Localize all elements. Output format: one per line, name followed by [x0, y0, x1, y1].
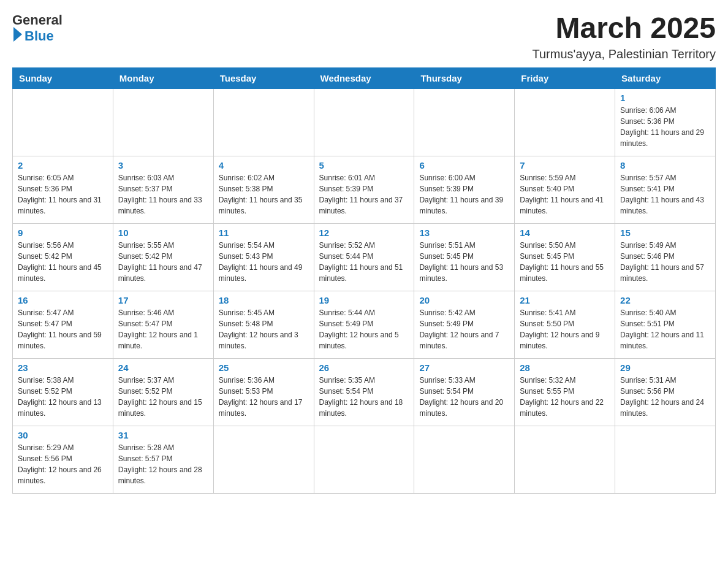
- calendar-cell: 8Sunrise: 5:57 AMSunset: 5:41 PMDaylight…: [615, 156, 716, 223]
- day-number: 18: [219, 295, 309, 305]
- calendar-cell: [213, 426, 314, 493]
- weekday-header-tuesday: Tuesday: [213, 67, 314, 88]
- day-info: Sunrise: 5:38 AMSunset: 5:52 PMDaylight:…: [18, 375, 108, 419]
- logo-triangle-icon: [13, 27, 22, 42]
- day-info: Sunrise: 5:36 AMSunset: 5:53 PMDaylight:…: [219, 375, 309, 419]
- calendar-cell: 6Sunrise: 6:00 AMSunset: 5:39 PMDaylight…: [414, 156, 515, 223]
- day-info: Sunrise: 5:56 AMSunset: 5:42 PMDaylight:…: [18, 240, 108, 284]
- calendar-week-row: 16Sunrise: 5:47 AMSunset: 5:47 PMDayligh…: [13, 291, 716, 358]
- calendar-cell: 23Sunrise: 5:38 AMSunset: 5:52 PMDayligh…: [13, 358, 113, 426]
- weekday-header-thursday: Thursday: [414, 67, 515, 88]
- page-header: General Blue March 2025 Turmus'ayya, Pal…: [12, 12, 716, 61]
- calendar-table: SundayMondayTuesdayWednesdayThursdayFrid…: [12, 67, 716, 494]
- calendar-cell: 13Sunrise: 5:51 AMSunset: 5:45 PMDayligh…: [414, 223, 515, 291]
- calendar-cell: 15Sunrise: 5:49 AMSunset: 5:46 PMDayligh…: [615, 223, 716, 291]
- day-number: 15: [620, 228, 710, 238]
- calendar-cell: [515, 88, 615, 156]
- day-info: Sunrise: 5:41 AMSunset: 5:50 PMDaylight:…: [520, 307, 610, 351]
- calendar-cell: 24Sunrise: 5:37 AMSunset: 5:52 PMDayligh…: [113, 358, 213, 426]
- day-info: Sunrise: 6:03 AMSunset: 5:37 PMDaylight:…: [118, 172, 208, 216]
- logo: General Blue: [12, 12, 63, 44]
- day-number: 17: [118, 295, 208, 305]
- logo-blue-text: Blue: [25, 28, 54, 44]
- day-info: Sunrise: 5:59 AMSunset: 5:40 PMDaylight:…: [520, 172, 610, 216]
- day-number: 24: [118, 362, 208, 373]
- day-info: Sunrise: 5:52 AMSunset: 5:44 PMDaylight:…: [319, 240, 409, 284]
- calendar-cell: 21Sunrise: 5:41 AMSunset: 5:50 PMDayligh…: [515, 291, 615, 358]
- day-number: 10: [118, 228, 208, 238]
- calendar-cell: 14Sunrise: 5:50 AMSunset: 5:45 PMDayligh…: [515, 223, 615, 291]
- calendar-week-row: 23Sunrise: 5:38 AMSunset: 5:52 PMDayligh…: [13, 358, 716, 426]
- title-area: March 2025 Turmus'ayya, Palestinian Terr…: [533, 12, 716, 61]
- day-number: 11: [219, 228, 309, 238]
- weekday-header-sunday: Sunday: [13, 67, 113, 88]
- calendar-cell: 17Sunrise: 5:46 AMSunset: 5:47 PMDayligh…: [113, 291, 213, 358]
- calendar-cell: [13, 88, 113, 156]
- calendar-cell: 29Sunrise: 5:31 AMSunset: 5:56 PMDayligh…: [615, 358, 716, 426]
- day-info: Sunrise: 6:02 AMSunset: 5:38 PMDaylight:…: [219, 172, 309, 216]
- day-info: Sunrise: 6:01 AMSunset: 5:39 PMDaylight:…: [319, 172, 409, 216]
- calendar-cell: 19Sunrise: 5:44 AMSunset: 5:49 PMDayligh…: [314, 291, 414, 358]
- calendar-cell: [414, 88, 515, 156]
- calendar-cell: [213, 88, 314, 156]
- calendar-cell: 16Sunrise: 5:47 AMSunset: 5:47 PMDayligh…: [13, 291, 113, 358]
- day-info: Sunrise: 5:51 AMSunset: 5:45 PMDaylight:…: [419, 240, 509, 284]
- calendar-cell: 30Sunrise: 5:29 AMSunset: 5:56 PMDayligh…: [13, 426, 113, 493]
- location-title: Turmus'ayya, Palestinian Territory: [533, 47, 716, 61]
- day-info: Sunrise: 6:05 AMSunset: 5:36 PMDaylight:…: [18, 172, 108, 216]
- day-number: 25: [219, 362, 309, 373]
- month-title: March 2025: [533, 12, 716, 45]
- day-number: 5: [319, 160, 409, 170]
- day-number: 3: [118, 160, 208, 170]
- day-info: Sunrise: 6:06 AMSunset: 5:36 PMDaylight:…: [620, 105, 710, 149]
- day-number: 28: [520, 362, 610, 373]
- calendar-cell: 3Sunrise: 6:03 AMSunset: 5:37 PMDaylight…: [113, 156, 213, 223]
- calendar-cell: 22Sunrise: 5:40 AMSunset: 5:51 PMDayligh…: [615, 291, 716, 358]
- day-number: 16: [18, 295, 108, 305]
- calendar-cell: 12Sunrise: 5:52 AMSunset: 5:44 PMDayligh…: [314, 223, 414, 291]
- calendar-cell: [113, 88, 213, 156]
- calendar-cell: [515, 426, 615, 493]
- calendar-cell: [314, 426, 414, 493]
- day-info: Sunrise: 5:32 AMSunset: 5:55 PMDaylight:…: [520, 375, 610, 419]
- day-info: Sunrise: 5:37 AMSunset: 5:52 PMDaylight:…: [118, 375, 208, 419]
- day-number: 23: [18, 362, 108, 373]
- calendar-week-row: 9Sunrise: 5:56 AMSunset: 5:42 PMDaylight…: [13, 223, 716, 291]
- day-number: 14: [520, 228, 610, 238]
- day-info: Sunrise: 5:33 AMSunset: 5:54 PMDaylight:…: [419, 375, 509, 419]
- calendar-cell: 1Sunrise: 6:06 AMSunset: 5:36 PMDaylight…: [615, 88, 716, 156]
- day-number: 13: [419, 228, 509, 238]
- calendar-cell: 9Sunrise: 5:56 AMSunset: 5:42 PMDaylight…: [13, 223, 113, 291]
- calendar-cell: 5Sunrise: 6:01 AMSunset: 5:39 PMDaylight…: [314, 156, 414, 223]
- day-number: 31: [118, 430, 208, 440]
- calendar-cell: [414, 426, 515, 493]
- day-number: 20: [419, 295, 509, 305]
- weekday-header-row: SundayMondayTuesdayWednesdayThursdayFrid…: [13, 67, 716, 88]
- day-info: Sunrise: 5:40 AMSunset: 5:51 PMDaylight:…: [620, 307, 710, 351]
- weekday-header-saturday: Saturday: [615, 67, 716, 88]
- day-info: Sunrise: 5:45 AMSunset: 5:48 PMDaylight:…: [219, 307, 309, 351]
- day-info: Sunrise: 5:28 AMSunset: 5:57 PMDaylight:…: [118, 442, 208, 486]
- calendar-cell: 11Sunrise: 5:54 AMSunset: 5:43 PMDayligh…: [213, 223, 314, 291]
- logo-general-text: General: [12, 12, 63, 28]
- calendar-cell: 25Sunrise: 5:36 AMSunset: 5:53 PMDayligh…: [213, 358, 314, 426]
- calendar-cell: 4Sunrise: 6:02 AMSunset: 5:38 PMDaylight…: [213, 156, 314, 223]
- day-info: Sunrise: 5:50 AMSunset: 5:45 PMDaylight:…: [520, 240, 610, 284]
- calendar-cell: 18Sunrise: 5:45 AMSunset: 5:48 PMDayligh…: [213, 291, 314, 358]
- weekday-header-friday: Friday: [515, 67, 615, 88]
- calendar-cell: [615, 426, 716, 493]
- day-info: Sunrise: 5:29 AMSunset: 5:56 PMDaylight:…: [18, 442, 108, 486]
- day-info: Sunrise: 5:54 AMSunset: 5:43 PMDaylight:…: [219, 240, 309, 284]
- calendar-week-row: 1Sunrise: 6:06 AMSunset: 5:36 PMDaylight…: [13, 88, 716, 156]
- calendar-cell: 10Sunrise: 5:55 AMSunset: 5:42 PMDayligh…: [113, 223, 213, 291]
- calendar-cell: 20Sunrise: 5:42 AMSunset: 5:49 PMDayligh…: [414, 291, 515, 358]
- day-number: 7: [520, 160, 610, 170]
- day-info: Sunrise: 5:57 AMSunset: 5:41 PMDaylight:…: [620, 172, 710, 216]
- calendar-week-row: 30Sunrise: 5:29 AMSunset: 5:56 PMDayligh…: [13, 426, 716, 493]
- day-info: Sunrise: 5:47 AMSunset: 5:47 PMDaylight:…: [18, 307, 108, 351]
- day-info: Sunrise: 5:44 AMSunset: 5:49 PMDaylight:…: [319, 307, 409, 351]
- calendar-week-row: 2Sunrise: 6:05 AMSunset: 5:36 PMDaylight…: [13, 156, 716, 223]
- day-info: Sunrise: 5:35 AMSunset: 5:54 PMDaylight:…: [319, 375, 409, 419]
- day-number: 9: [18, 228, 108, 238]
- weekday-header-monday: Monday: [113, 67, 213, 88]
